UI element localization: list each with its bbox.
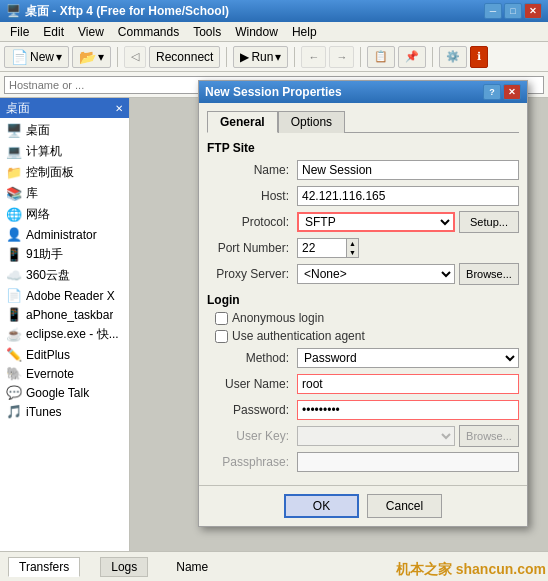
anonymous-label: Anonymous login (232, 311, 324, 325)
passphrase-field-label: Passphrase: (207, 455, 297, 469)
anonymous-row: Anonymous login (207, 311, 519, 325)
password-row: Password: (207, 399, 519, 421)
setup-button[interactable]: Setup... (459, 211, 519, 233)
protocol-row: Protocol: SFTP FTP FTPS Setup... (207, 211, 519, 233)
browse-button[interactable]: Browse... (459, 263, 519, 285)
name-row: Name: (207, 159, 519, 181)
dialog-overlay: New Session Properties ? ✕ General Optio… (0, 0, 548, 581)
port-spinner: ▲ ▼ (347, 238, 359, 258)
host-input[interactable] (297, 186, 519, 206)
dialog-title-controls: ? ✕ (483, 84, 521, 100)
protocol-field-label: Protocol: (207, 215, 297, 229)
tab-general-label: General (220, 115, 265, 129)
password-field-label: Password: (207, 403, 297, 417)
username-input[interactable] (297, 374, 519, 394)
port-row: Port Number: ▲ ▼ (207, 237, 519, 259)
port-spinner-container: ▲ ▼ (297, 238, 359, 258)
userkey-row: User Key: Browse... (207, 425, 519, 447)
tab-options-label: Options (291, 115, 332, 129)
host-field-label: Host: (207, 189, 297, 203)
protocol-select[interactable]: SFTP FTP FTPS (297, 212, 455, 232)
host-row: Host: (207, 185, 519, 207)
proxy-field-label: Proxy Server: (207, 267, 297, 281)
protocol-select-container: SFTP FTP FTPS (297, 212, 455, 232)
auth-agent-row: Use authentication agent (207, 329, 519, 343)
watermark: 机本之家 shancun.com (396, 561, 546, 579)
username-field-label: User Name: (207, 377, 297, 391)
anonymous-checkbox[interactable] (215, 312, 228, 325)
userkey-select[interactable] (297, 426, 455, 446)
proxy-select[interactable]: <None> (297, 264, 455, 284)
dialog-buttons: OK Cancel (199, 485, 527, 526)
port-field-label: Port Number: (207, 241, 297, 255)
dialog-title-bar: New Session Properties ? ✕ (199, 81, 527, 103)
login-section-label: Login (207, 293, 519, 307)
new-session-dialog: New Session Properties ? ✕ General Optio… (198, 80, 528, 527)
proxy-row: Proxy Server: <None> Browse... (207, 263, 519, 285)
tab-general[interactable]: General (207, 111, 278, 133)
username-row: User Name: (207, 373, 519, 395)
passphrase-input[interactable] (297, 452, 519, 472)
dialog-content: General Options FTP Site Name: Host: Pro… (199, 103, 527, 485)
ok-button[interactable]: OK (284, 494, 359, 518)
method-select[interactable]: Password Public Key Keyboard Interactive (297, 348, 519, 368)
port-down-arrow[interactable]: ▼ (347, 248, 358, 257)
tab-options[interactable]: Options (278, 111, 345, 133)
dialog-title: New Session Properties (205, 85, 342, 99)
auth-agent-label: Use authentication agent (232, 329, 365, 343)
userkey-select-container (297, 426, 455, 446)
proxy-select-container: <None> (297, 264, 455, 284)
method-row: Method: Password Public Key Keyboard Int… (207, 347, 519, 369)
password-input[interactable] (297, 400, 519, 420)
ftp-site-section-label: FTP Site (207, 141, 519, 155)
name-field-label: Name: (207, 163, 297, 177)
cancel-button[interactable]: Cancel (367, 494, 442, 518)
method-field-label: Method: (207, 351, 297, 365)
name-input[interactable] (297, 160, 519, 180)
passphrase-row: Passphrase: (207, 451, 519, 473)
port-up-arrow[interactable]: ▲ (347, 239, 358, 248)
dialog-close-button[interactable]: ✕ (503, 84, 521, 100)
dialog-help-button[interactable]: ? (483, 84, 501, 100)
auth-agent-checkbox[interactable] (215, 330, 228, 343)
dialog-tabs: General Options (207, 111, 519, 133)
userkey-field-label: User Key: (207, 429, 297, 443)
port-input[interactable] (297, 238, 347, 258)
browse2-button[interactable]: Browse... (459, 425, 519, 447)
